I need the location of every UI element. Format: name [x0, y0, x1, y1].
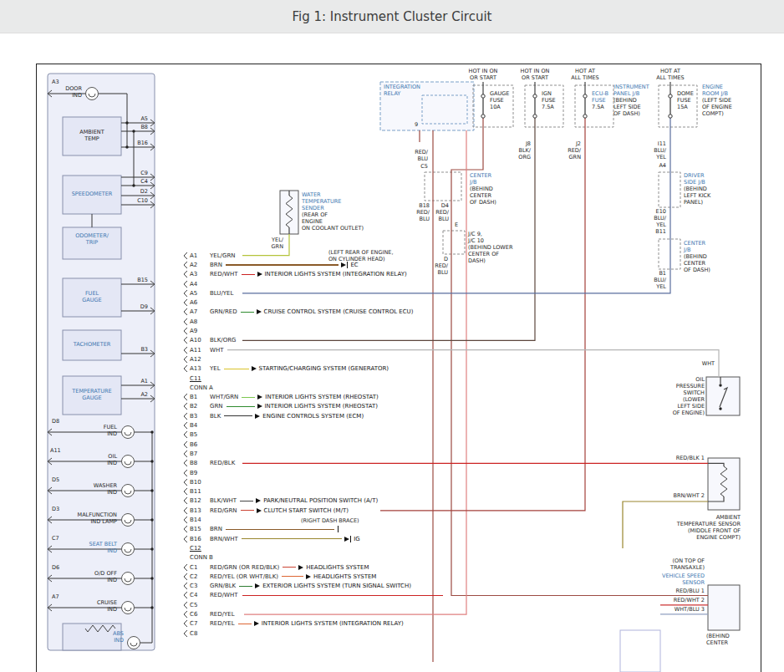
- wire-blu-yel-a5: [242, 118, 670, 293]
- indicator-bulb-icon: [122, 456, 135, 468]
- wire-red-grn-b13: [380, 118, 585, 511]
- junction-dot: [719, 407, 721, 410]
- page: Fig 1: Instrument Cluster Circuit HOT IN…: [0, 0, 784, 672]
- junction-dot: [150, 577, 153, 579]
- fuse-terminal-icon: [583, 115, 587, 118]
- ambient-temp-box: [63, 117, 121, 155]
- oil-pressure-switch-box: [706, 377, 740, 415]
- wiring-diagram-svg: [0, 0, 784, 672]
- wire-yel-grn-a1: [242, 234, 289, 256]
- fuse-terminal-icon: [481, 94, 485, 98]
- junction-dot: [150, 489, 153, 491]
- indicator-bulb-icon: [128, 637, 140, 649]
- bottom-jb-box: [620, 630, 660, 672]
- indicator-bulb-icon: [122, 485, 135, 497]
- junction-dot: [125, 145, 128, 148]
- tachometer-box: [63, 330, 121, 360]
- indicator-bulb-icon: [122, 602, 135, 614]
- indicator-bulb-icon: [122, 514, 135, 527]
- diagram-canvas: HOT IN ONOR STARTHOT IN ONOR STARTHOT AT…: [0, 0, 784, 672]
- integration-relay-box: [380, 82, 474, 130]
- indicator-bulb-icon: [122, 573, 135, 585]
- indicator-bulb-icon: [122, 426, 135, 439]
- speedometer-box: [63, 176, 121, 214]
- jc-box: [443, 231, 465, 254]
- junction-dot: [150, 460, 153, 462]
- abs-block-box: [63, 624, 121, 650]
- driver-side-jb-box: [659, 172, 680, 207]
- fuse-terminal-icon: [481, 115, 485, 118]
- fuse-terminal-icon: [583, 94, 587, 98]
- center-jb1-box: [425, 172, 461, 201]
- junction-dot: [150, 430, 153, 433]
- wire-brn-wht-sensor: [623, 501, 708, 548]
- temp-gauge-box: [63, 376, 121, 415]
- wire-wht-a11: [227, 350, 719, 377]
- ecub-fuse-jb-box: [575, 85, 613, 127]
- junction-dot: [150, 606, 153, 608]
- junction-dot: [132, 130, 135, 132]
- junction-dot: [719, 384, 721, 386]
- fuse-terminal-icon: [533, 94, 537, 98]
- gauge-fuse-jb-box: [473, 85, 513, 127]
- junction-dot: [150, 518, 153, 521]
- vehicle-speed-sensor-box: [708, 585, 740, 630]
- odometer-box: [63, 227, 121, 259]
- center-jb2-box: [659, 239, 680, 269]
- fuse-terminal-icon: [533, 115, 537, 118]
- instrument-cluster-box: [48, 74, 155, 650]
- fuse-terminal-icon: [669, 115, 672, 118]
- junction-dot: [150, 547, 153, 550]
- fuse-terminal-icon: [669, 94, 672, 98]
- indicator-bulb-icon: [122, 543, 135, 556]
- indicator-bulb-icon: [86, 88, 99, 100]
- junction-dot: [132, 184, 135, 186]
- junction-dot: [125, 121, 128, 124]
- ign-fuse-jb-box: [525, 85, 563, 127]
- fuel-gauge-box: [63, 278, 121, 317]
- dome-fuse-jb-box: [659, 85, 697, 127]
- wire-red-blu-gauge: [451, 118, 708, 596]
